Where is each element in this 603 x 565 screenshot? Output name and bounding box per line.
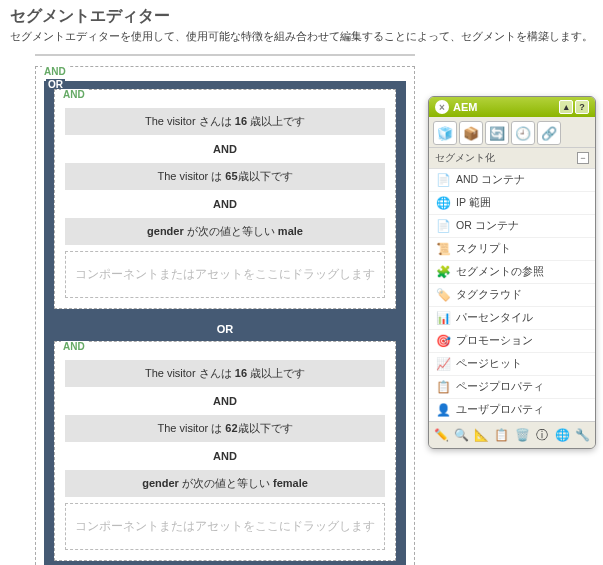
connector-and: AND [65,391,385,411]
container-label: AND [61,341,87,352]
component-icon: 📜 [435,241,451,257]
list-item[interactable]: 🧩セグメントの参照 [429,261,595,284]
sidekick-footer: ✏️🔍📐📋🗑️ⓘ🌐🔧 [429,421,595,448]
component-icon: 📄 [435,172,451,188]
list-item[interactable]: 📄OR コンテナ [429,215,595,238]
container-and-group[interactable]: AND The visitor さんは 16 歳以上です AND The vis… [54,89,396,309]
rule-visitor-age-max[interactable]: The visitor は 65歳以下です [65,163,385,190]
help-icon[interactable]: ? [575,100,589,114]
rule-visitor-age-min[interactable]: The visitor さんは 16 歳以上です [65,108,385,135]
component-icon: 📋 [435,379,451,395]
container-and-outer[interactable]: AND OR AND The visitor さんは 16 歳以上です AND … [35,66,415,565]
sidekick-tool-1[interactable]: 📦 [459,121,483,145]
connector-and: AND [65,446,385,466]
component-icon: 📄 [435,218,451,234]
component-icon: 🌐 [435,195,451,211]
sidekick-tool-3[interactable]: 🕘 [511,121,535,145]
list-item[interactable]: 🎯プロモーション [429,330,595,353]
sidekick-footer-btn-3[interactable]: 📋 [493,426,510,444]
container-or[interactable]: OR AND The visitor さんは 16 歳以上です AND The … [44,81,406,565]
sidekick-toolbar: 🧊📦🔄🕘🔗 [429,117,595,148]
sidekick-component-list[interactable]: 📄AND コンテナ🌐IP 範囲📄OR コンテナ📜スクリプト🧩セグメントの参照🏷️… [429,169,595,421]
list-item[interactable]: 🏷️タグクラウド [429,284,595,307]
container-and-group[interactable]: AND The visitor さんは 16 歳以上です AND The vis… [54,341,396,561]
component-label: パーセンタイル [456,311,533,325]
component-label: IP 範囲 [456,196,491,210]
dropzone[interactable]: コンポーネントまたはアセットをここにドラッグします [65,251,385,298]
connector-and: AND [65,139,385,159]
connector-and: AND [65,194,385,214]
list-item[interactable]: 📊パーセンタイル [429,307,595,330]
dropzone[interactable]: コンポーネントまたはアセットをここにドラッグします [65,503,385,550]
segment-editor: AND OR AND The visitor さんは 16 歳以上です AND … [35,54,415,565]
component-icon: 📈 [435,356,451,372]
component-label: プロモーション [456,334,533,348]
component-icon: 📊 [435,310,451,326]
container-label: AND [42,66,68,77]
sidekick-footer-btn-5[interactable]: ⓘ [534,426,551,444]
sidekick-footer-btn-6[interactable]: 🌐 [554,426,571,444]
page-subtitle: セグメントエディターを使用して、使用可能な特徴を組み合わせて編集することによって… [10,29,593,44]
minimize-icon[interactable]: ▴ [559,100,573,114]
sidekick-footer-btn-1[interactable]: 🔍 [453,426,470,444]
component-icon: 🏷️ [435,287,451,303]
rule-gender[interactable]: gender が次の値と等しい female [65,470,385,497]
sidekick-tool-4[interactable]: 🔗 [537,121,561,145]
sidekick-title: AEM [453,101,477,113]
sidekick-footer-btn-0[interactable]: ✏️ [433,426,450,444]
close-icon[interactable]: × [435,100,449,114]
collapse-icon[interactable]: − [577,152,589,164]
list-item[interactable]: 📋ページプロパティ [429,376,595,399]
sidekick-footer-btn-4[interactable]: 🗑️ [514,426,531,444]
component-label: タグクラウド [456,288,522,302]
sidekick-footer-btn-2[interactable]: 📐 [473,426,490,444]
sidekick-tool-2[interactable]: 🔄 [485,121,509,145]
component-icon: 🎯 [435,333,451,349]
sidekick-panel[interactable]: × AEM ▴ ? 🧊📦🔄🕘🔗 セグメント化 − 📄AND コンテナ🌐IP 範囲… [428,96,596,449]
sidekick-tool-0[interactable]: 🧊 [433,121,457,145]
sidekick-group-header[interactable]: セグメント化 − [429,148,595,169]
list-item[interactable]: 👤ユーザプロパティ [429,399,595,421]
component-icon: 👤 [435,402,451,418]
component-label: ページヒット [456,357,522,371]
component-label: スクリプト [456,242,511,256]
component-label: セグメントの参照 [456,265,544,279]
page-title: セグメントエディター [10,6,593,27]
component-label: OR コンテナ [456,219,519,233]
list-item[interactable]: 📈ページヒット [429,353,595,376]
container-label: AND [61,89,87,100]
connector-or: OR [54,317,396,341]
component-label: ページプロパティ [456,380,544,394]
list-item[interactable]: 🌐IP 範囲 [429,192,595,215]
rule-visitor-age-min[interactable]: The visitor さんは 16 歳以上です [65,360,385,387]
list-item[interactable]: 📄AND コンテナ [429,169,595,192]
list-item[interactable]: 📜スクリプト [429,238,595,261]
component-icon: 🧩 [435,264,451,280]
rule-visitor-age-max[interactable]: The visitor は 62歳以下です [65,415,385,442]
component-label: AND コンテナ [456,173,525,187]
sidekick-footer-btn-7[interactable]: 🔧 [574,426,591,444]
rule-gender[interactable]: gender が次の値と等しい male [65,218,385,245]
sidekick-header[interactable]: × AEM ▴ ? [429,97,595,117]
component-label: ユーザプロパティ [456,403,544,417]
